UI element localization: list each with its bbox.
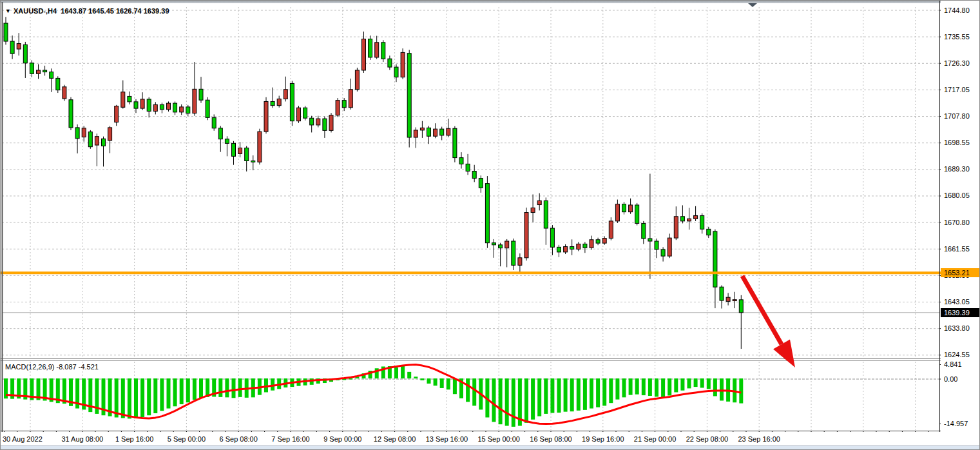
macd-scale-label: 4.841 bbox=[944, 360, 962, 368]
price-tick-label: 1698.55 bbox=[944, 139, 970, 146]
time-tick-label: 30 Aug 2022 bbox=[3, 435, 43, 443]
time-tick-label: 15 Sep 00:00 bbox=[477, 435, 519, 443]
macd-indicator-label: MACD(12,26,9) -8.087 -4.521 bbox=[5, 363, 99, 371]
time-tick-label: 12 Sep 08:00 bbox=[374, 435, 416, 443]
price-tick-label: 1624.55 bbox=[944, 351, 970, 358]
grid-layer bbox=[2, 7, 939, 430]
price-tick-label: 1707.80 bbox=[944, 112, 970, 120]
macd-histogram-layer bbox=[4, 366, 743, 427]
macd-scale-label: 0.00 bbox=[944, 375, 957, 383]
time-axis[interactable]: 30 Aug 202231 Aug 08:001 Sep 16:005 Sep … bbox=[1, 432, 941, 445]
hline-price-flag: 1653.21 bbox=[941, 268, 979, 277]
price-tick-label: 1643.05 bbox=[944, 298, 970, 306]
price-tick-label: 1661.55 bbox=[944, 245, 970, 253]
trading-chart-window: ▼XAUUSD-,H4 1643.87 1645.45 1626.74 1639… bbox=[0, 0, 980, 450]
trend-arrow-annotation[interactable] bbox=[742, 276, 795, 367]
chart-canvas[interactable] bbox=[1, 1, 980, 450]
window-bottom-strip bbox=[1, 445, 980, 450]
price-tick-label: 1744.80 bbox=[944, 6, 970, 14]
time-tick-label: 13 Sep 16:00 bbox=[426, 435, 468, 443]
chart-shift-marker[interactable] bbox=[748, 3, 757, 7]
price-tick-label: 1633.80 bbox=[944, 324, 970, 332]
price-tick-label: 1726.30 bbox=[944, 59, 970, 67]
price-tick-label: 1680.05 bbox=[944, 191, 970, 199]
chart-title: ▼XAUUSD-,H4 1643.87 1645.45 1626.74 1639… bbox=[5, 7, 169, 15]
time-tick-label: 21 Sep 00:00 bbox=[634, 435, 676, 443]
price-tick-label: 1689.30 bbox=[944, 165, 970, 173]
time-tick-label: 5 Sep 00:00 bbox=[168, 435, 206, 443]
symbol-dropdown-icon[interactable]: ▼ bbox=[5, 8, 11, 14]
symbol-period-label: XAUUSD-,H4 bbox=[14, 7, 57, 15]
bid-price-flag: 1639.39 bbox=[941, 308, 979, 317]
price-axis[interactable]: 1744.801735.551726.301717.051707.801698.… bbox=[941, 1, 980, 445]
ohlc-values-label: 1643.87 1645.45 1626.74 1639.39 bbox=[61, 7, 169, 15]
price-tick-label: 1735.55 bbox=[944, 33, 970, 41]
candles-layer bbox=[4, 17, 743, 349]
time-tick-label: 23 Sep 16:00 bbox=[738, 435, 780, 443]
time-tick-label: 22 Sep 08:00 bbox=[686, 435, 728, 443]
time-tick-label: 1 Sep 16:00 bbox=[115, 435, 153, 443]
time-tick-label: 16 Sep 08:00 bbox=[530, 435, 572, 443]
time-tick-label: 9 Sep 00:00 bbox=[323, 435, 361, 443]
time-tick-label: 19 Sep 16:00 bbox=[582, 435, 624, 443]
price-tick-label: 1670.80 bbox=[944, 219, 970, 226]
time-tick-label: 31 Aug 08:00 bbox=[61, 435, 103, 443]
macd-scale-label: -14.957 bbox=[944, 420, 968, 427]
time-tick-label: 7 Sep 16:00 bbox=[271, 435, 309, 443]
price-tick-label: 1717.05 bbox=[944, 86, 970, 93]
time-tick-label: 6 Sep 08:00 bbox=[220, 435, 258, 443]
